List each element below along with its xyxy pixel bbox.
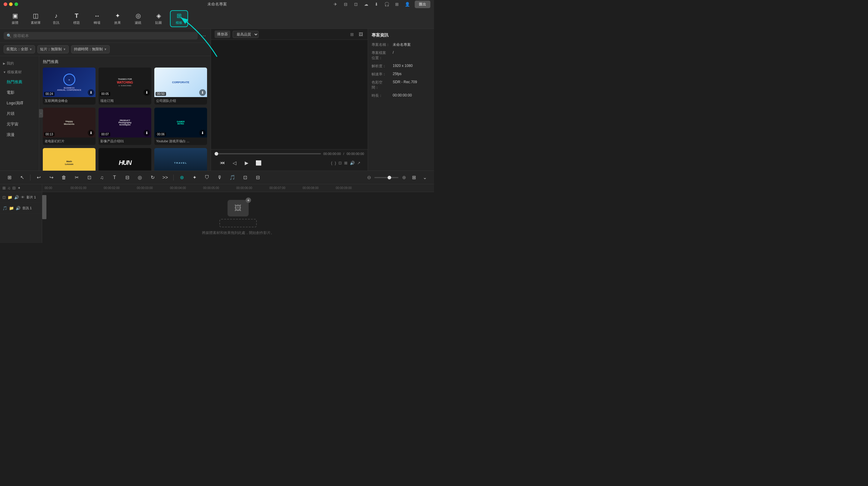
sidebar-item-movie[interactable]: 電影 bbox=[2, 87, 37, 98]
pip-tool[interactable]: ⊡ bbox=[241, 173, 250, 182]
grid-icon[interactable]: ⊞ bbox=[394, 1, 400, 7]
cloud-icon[interactable]: ☁ bbox=[364, 1, 369, 7]
sidebar-group-template[interactable]: ▼ 模板素材 bbox=[0, 68, 39, 77]
mic-tool[interactable]: 🎙 bbox=[215, 173, 224, 182]
maximize-button[interactable] bbox=[14, 2, 18, 6]
time-tool[interactable]: T bbox=[110, 173, 119, 182]
template-card-4[interactable]: HappyMoments 00:13 ⬇ 老电影幻灯片 bbox=[43, 108, 96, 145]
short-filter[interactable]: 短片：無限制 ▼ bbox=[37, 45, 69, 53]
transform-tool[interactable]: ⊟ bbox=[123, 173, 132, 182]
delete-tool[interactable]: 🗑 bbox=[59, 173, 68, 182]
download-icon-4[interactable]: ⬇ bbox=[88, 130, 94, 136]
toolbar-title[interactable]: T 標題 bbox=[67, 10, 86, 27]
sidebar-item-romantic[interactable]: 浪漫 bbox=[2, 130, 37, 140]
play-back-button[interactable]: ◁ bbox=[230, 159, 239, 167]
stop-button[interactable]: ⬜ bbox=[254, 159, 263, 167]
add-subtitle-track-icon[interactable]: ⊟ bbox=[12, 186, 16, 190]
toolbar-library[interactable]: ◫ 素材庫 bbox=[27, 10, 44, 27]
layout-icon[interactable]: ⊡ bbox=[338, 161, 342, 165]
more-options-icon[interactable]: ⌄ bbox=[420, 173, 429, 182]
download-icon[interactable]: ⬇ bbox=[374, 1, 379, 7]
template-card-2[interactable]: THANKS FOR WATCHING ► SUBSCRIBE 00:05 ⬇ … bbox=[98, 67, 151, 104]
layout-toggle[interactable]: ⊞ bbox=[409, 173, 418, 182]
more-options-button[interactable]: ··· bbox=[200, 33, 207, 39]
minimize-button[interactable] bbox=[9, 2, 13, 6]
toolbar-sticker[interactable]: ◈ 貼圖 bbox=[150, 10, 167, 27]
template-card-7[interactable]: MathLesson Math Lesson bbox=[43, 148, 96, 171]
zoom-out-button[interactable]: ⊖ bbox=[365, 174, 373, 181]
audio-track-volume[interactable]: 🔊 bbox=[16, 206, 21, 210]
sidebar-item-metaverse[interactable]: 元宇宙 bbox=[2, 119, 37, 129]
video-track-audio[interactable]: 🔊 bbox=[14, 195, 19, 200]
search-box[interactable]: 🔍 bbox=[4, 32, 198, 39]
select-tool[interactable]: ↖ bbox=[18, 173, 27, 182]
toolbar-template[interactable]: ⊞ 模板 bbox=[170, 10, 188, 27]
aspect-filter[interactable]: 長寬比：全部 ▼ bbox=[4, 45, 35, 53]
template-card-6[interactable]: GAMERINTRO 00:06 ⬇ Youtube 游戏开场白 ... bbox=[154, 108, 207, 145]
ai-tool[interactable]: ⊛ bbox=[177, 173, 186, 182]
video-track-add[interactable]: 📁 bbox=[7, 195, 12, 200]
grid-view-icon[interactable]: ⊞ bbox=[349, 31, 355, 37]
download-icon-6[interactable]: ⬇ bbox=[199, 130, 206, 136]
video-track-toggle[interactable]: ⊡ bbox=[2, 195, 6, 200]
download-icon-5[interactable]: ⬇ bbox=[144, 130, 150, 136]
in-point-icon[interactable]: { bbox=[331, 161, 332, 165]
audio-track-toggle[interactable]: 🎵 bbox=[2, 206, 7, 210]
scrubber-track[interactable] bbox=[215, 153, 321, 154]
shield-tool[interactable]: ⛉ bbox=[203, 173, 212, 182]
audio-wave-tool[interactable]: ♫ bbox=[97, 173, 106, 182]
search-input[interactable] bbox=[13, 33, 195, 38]
toolbar-media[interactable]: ▣ 媒體 bbox=[6, 10, 24, 27]
close-button[interactable] bbox=[4, 2, 7, 6]
skip-back-button[interactable]: ⏮ bbox=[218, 159, 227, 167]
music-tool[interactable]: 🎵 bbox=[228, 173, 237, 182]
snap-tool[interactable]: ⊞ bbox=[5, 173, 14, 182]
play-button[interactable]: ▶ bbox=[242, 159, 251, 167]
screen-icon[interactable]: ⊡ bbox=[353, 1, 359, 7]
expand-icon[interactable]: ↗ bbox=[357, 161, 361, 165]
crop-tool[interactable]: ⊡ bbox=[85, 173, 94, 182]
scrubber-thumb[interactable] bbox=[215, 152, 218, 156]
avatar-icon[interactable]: 👤 bbox=[404, 1, 410, 7]
send-icon[interactable]: ✈ bbox=[333, 1, 338, 7]
fullscreen-icon[interactable]: ⊠ bbox=[344, 161, 347, 165]
undo-tool[interactable]: ↩ bbox=[34, 173, 43, 182]
toolbar-transition[interactable]: ↔ 轉場 bbox=[88, 10, 106, 27]
zoom-slider[interactable] bbox=[374, 177, 398, 178]
add-audio-track-icon[interactable]: ♫ bbox=[7, 186, 10, 190]
quality-select[interactable]: 最高品質 bbox=[233, 31, 258, 38]
subtitle-tool[interactable]: ⊟ bbox=[253, 173, 262, 182]
mask-tool[interactable]: ◎ bbox=[135, 173, 144, 182]
sparkle-tool[interactable]: ✦ bbox=[190, 173, 199, 182]
headphone-icon[interactable]: 🎧 bbox=[384, 1, 390, 7]
template-card-9[interactable]: TRAVEL TRAVEL bbox=[154, 148, 207, 171]
template-card-8[interactable]: HUN HUN bbox=[98, 148, 151, 171]
sidebar-item-intro[interactable]: 片頭 bbox=[2, 109, 37, 119]
toolbar-filter[interactable]: ◎ 濾鏡 bbox=[129, 10, 147, 27]
zoom-in-button[interactable]: ⊕ bbox=[400, 174, 407, 181]
loop-tool[interactable]: ↻ bbox=[148, 173, 157, 182]
add-fx-track-icon[interactable]: ✦ bbox=[18, 186, 21, 190]
toolbar-effect[interactable]: ✦ 效果 bbox=[108, 10, 127, 27]
toolbar-audio[interactable]: ♪ 音訊 bbox=[47, 10, 65, 27]
duration-filter[interactable]: 持續時間：無限制 ▼ bbox=[71, 45, 110, 53]
export-button[interactable]: 匯出 bbox=[415, 1, 430, 8]
template-card-3[interactable]: CORPORATE 00:50 ⬇ 公司团队介绍 bbox=[154, 67, 207, 104]
template-card-1[interactable]: ⊕ BUSINESSANNUAL CONFERENCE 00:24 ⬇ 互联网商… bbox=[43, 67, 96, 104]
image-view-icon[interactable]: 🖼 bbox=[358, 31, 364, 37]
sidebar-item-logo[interactable]: Logo演繹 bbox=[2, 98, 37, 108]
audio-track-add[interactable]: 📁 bbox=[9, 206, 14, 210]
sidebar-collapse-button[interactable]: ‹ bbox=[39, 109, 43, 118]
zoom-thumb[interactable] bbox=[388, 176, 391, 179]
add-video-track-icon[interactable]: ⊞ bbox=[2, 186, 6, 190]
sidebar-item-hot[interactable]: 熱門推薦 bbox=[2, 77, 37, 87]
cut-tool[interactable]: ✂ bbox=[72, 173, 81, 182]
redo-tool[interactable]: ↪ bbox=[47, 173, 56, 182]
subtitle-icon[interactable]: ⊟ bbox=[343, 1, 348, 7]
sidebar-group-my[interactable]: ▶ 我的 bbox=[0, 59, 39, 68]
more-tools[interactable]: >> bbox=[161, 173, 170, 182]
template-card-5[interactable]: PRODUCTPhotographytechniques 00:07 ⬇ 影像产… bbox=[98, 108, 151, 145]
out-point-icon[interactable]: } bbox=[335, 161, 336, 165]
audio-icon[interactable]: 🔊 bbox=[350, 161, 355, 165]
video-track-eye[interactable]: 👁 bbox=[21, 195, 25, 200]
